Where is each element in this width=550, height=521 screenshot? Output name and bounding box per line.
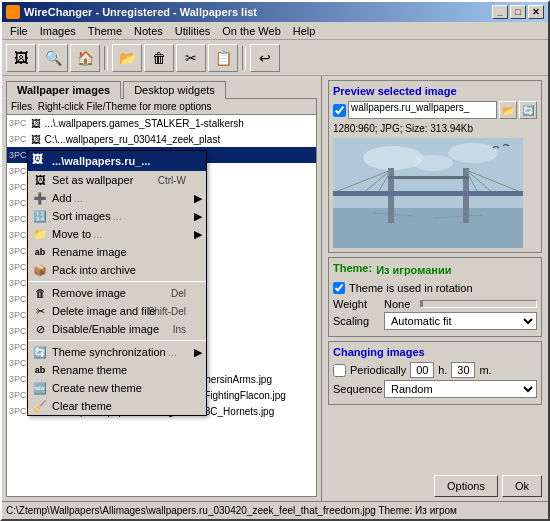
minimize-button[interactable]: _	[492, 5, 508, 19]
ctx-separator-1	[28, 281, 206, 282]
bottom-buttons: Options Ok	[328, 475, 542, 497]
list-item[interactable]: 3PC 🖼 ...\.wallpapers.games_STALKER_1-st…	[7, 115, 316, 131]
options-button[interactable]: Options	[434, 475, 498, 497]
left-panel: Wallpaper images Desktop widgets Files. …	[2, 76, 322, 501]
menu-notes[interactable]: Notes	[128, 24, 169, 38]
toolbar-paste-btn[interactable]: 📋	[208, 44, 238, 72]
periodically-label: Periodically	[350, 364, 406, 376]
ctx-pack[interactable]: 📦 Pack into archive	[28, 261, 206, 279]
theme-rotation-checkbox[interactable]	[333, 282, 345, 294]
preview-browse-btn[interactable]: 📂	[499, 101, 517, 119]
list-item[interactable]: 3PC 🖼 C:\...wallpapers_ru_030414_zeek_pl…	[7, 131, 316, 147]
status-text: C:\Ztemp\Wallpapers\Allimages\wallpapers…	[6, 505, 544, 516]
ctx-set-wallpaper[interactable]: 🖼 Set as wallpaper Ctrl-W	[28, 171, 206, 189]
ctx-rename-image-icon: ab	[32, 244, 48, 260]
preview-title: Preview selected image	[333, 85, 537, 97]
svg-point-2	[448, 143, 498, 163]
svg-rect-4	[333, 208, 523, 248]
toolbar-cut-btn[interactable]: ✂	[176, 44, 206, 72]
toolbar-separator-1	[104, 46, 108, 70]
maximize-button[interactable]: □	[510, 5, 526, 19]
preview-dimensions: 1280:960; JPG; Size: 313.94Kb	[333, 123, 537, 134]
toolbar-undo-btn[interactable]: ↩	[250, 44, 280, 72]
ctx-clear-icon: 🧹	[32, 398, 48, 414]
hours-label: h.	[438, 364, 447, 376]
ctx-rename-image[interactable]: ab Rename image	[28, 243, 206, 261]
theme-rotation-row: Theme is used in rotation	[333, 282, 537, 294]
ctx-rename-theme-icon: ab	[32, 362, 48, 378]
context-menu: 🖼 ...\wallpapers.ru_... 🖼 Set as wallpap…	[27, 150, 207, 416]
preview-section: Preview selected image wallpapers.ru_wal…	[328, 80, 542, 253]
theme-section: Theme: Из игромании Theme is used in rot…	[328, 257, 542, 337]
scaling-label: Scaling	[333, 315, 378, 327]
ctx-add[interactable]: ➕ Add ... ▶	[28, 189, 206, 207]
ctx-clear-theme[interactable]: 🧹 Clear theme	[28, 397, 206, 415]
tab-desktop-widgets[interactable]: Desktop widgets	[123, 81, 226, 99]
minutes-input[interactable]: 30	[451, 362, 475, 378]
ctx-separator-2	[28, 340, 206, 341]
scaling-dropdown[interactable]: Automatic fit Stretch Center Tile	[384, 312, 537, 330]
ctx-delete-file[interactable]: ✂ Delete image and file Shift-Del	[28, 302, 206, 320]
preview-file-row: wallpapers.ru_wallpapers_ 📂 🔄	[333, 101, 537, 119]
ctx-delete-icon: ✂	[32, 303, 48, 319]
menu-utilities[interactable]: Utilities	[169, 24, 216, 38]
ctx-remove-icon: 🗑	[32, 285, 48, 301]
context-header-icon: 🖼	[32, 153, 48, 169]
toolbar-separator-2	[242, 46, 246, 70]
menu-images[interactable]: Images	[34, 24, 82, 38]
menu-theme[interactable]: Theme	[82, 24, 128, 38]
preview-filename: wallpapers.ru_wallpapers_	[348, 101, 497, 119]
window-title: WireChanger - Unregistered - Wallpapers …	[24, 6, 257, 18]
menu-help[interactable]: Help	[287, 24, 322, 38]
period-row: Periodically 00 h. 30 m.	[333, 362, 537, 378]
sequence-dropdown[interactable]: Random Sequential	[384, 380, 537, 398]
file-list[interactable]: 3PC 🖼 ...\.wallpapers.games_STALKER_1-st…	[7, 115, 316, 496]
weight-label: Weight	[333, 298, 378, 310]
ctx-create-theme[interactable]: 🆕 Create new theme	[28, 379, 206, 397]
main-area: Wallpaper images Desktop widgets Files. …	[2, 76, 548, 501]
weight-row: Weight None	[333, 298, 537, 310]
image-icon: 🖼	[29, 116, 43, 130]
toolbar-delete-btn[interactable]: 🗑	[144, 44, 174, 72]
ctx-theme-sync[interactable]: 🔄 Theme synchronization ... ▶	[28, 343, 206, 361]
menu-file[interactable]: File	[4, 24, 34, 38]
ctx-sort-icon: 🔢	[32, 208, 48, 224]
file-hint: Files. Right-click File/Theme for more o…	[7, 99, 316, 115]
minutes-label: m.	[479, 364, 491, 376]
changing-section: Changing images Periodically 00 h. 30 m.…	[328, 341, 542, 405]
menu-on-the-web[interactable]: On the Web	[216, 24, 287, 38]
scaling-row: Scaling Automatic fit Stretch Center Til…	[333, 312, 537, 330]
ctx-pack-icon: 📦	[32, 262, 48, 278]
preview-refresh-btn[interactable]: 🔄	[519, 101, 537, 119]
ctx-sort[interactable]: 🔢 Sort images ... ▶	[28, 207, 206, 225]
close-button[interactable]: ✕	[528, 5, 544, 19]
weight-slider[interactable]	[420, 300, 537, 308]
ctx-wallpaper-icon: 🖼	[32, 172, 48, 188]
ctx-move-icon: 📁	[32, 226, 48, 242]
periodically-checkbox[interactable]	[333, 364, 346, 377]
svg-point-3	[413, 155, 453, 171]
ctx-add-icon: ➕	[32, 190, 48, 206]
tab-wallpaper-images[interactable]: Wallpaper images	[6, 81, 121, 99]
theme-name: Из игромании	[376, 264, 451, 276]
theme-label: Theme:	[333, 262, 372, 274]
toolbar-home-btn[interactable]: 🏠	[70, 44, 100, 72]
toolbar-open-btn[interactable]: 📂	[112, 44, 142, 72]
preview-image	[333, 138, 523, 248]
ok-button[interactable]: Ok	[502, 475, 542, 497]
hours-input[interactable]: 00	[410, 362, 434, 378]
weight-value: None	[384, 298, 414, 310]
toolbar-wallpaper-btn[interactable]: 🖼	[6, 44, 36, 72]
ctx-disable[interactable]: ⊘ Disable/Enable image Ins	[28, 320, 206, 338]
ctx-remove[interactable]: 🗑 Remove image Del	[28, 284, 206, 302]
app-icon	[6, 5, 20, 19]
ctx-rename-theme[interactable]: ab Rename theme	[28, 361, 206, 379]
toolbar-search-btn[interactable]: 🔍	[38, 44, 68, 72]
image-icon: 🖼	[29, 132, 43, 146]
ctx-move[interactable]: 📁 Move to ... ▶	[28, 225, 206, 243]
theme-rotation-label: Theme is used in rotation	[349, 282, 473, 294]
svg-rect-8	[388, 176, 469, 179]
tab-content: Files. Right-click File/Theme for more o…	[6, 98, 317, 497]
context-menu-header: 🖼 ...\wallpapers.ru_...	[28, 151, 206, 171]
preview-checkbox[interactable]	[333, 104, 346, 117]
